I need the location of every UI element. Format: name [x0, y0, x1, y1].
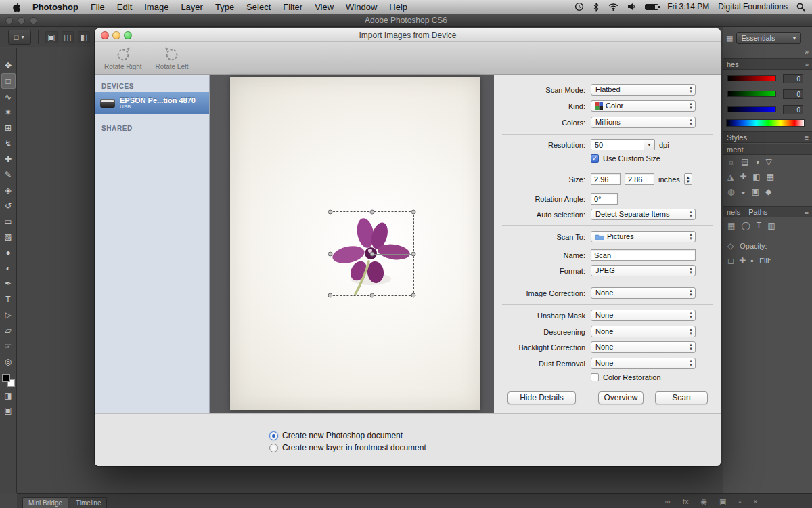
- close-icon[interactable]: [101, 31, 109, 39]
- hue-saturation-icon[interactable]: ✚: [740, 172, 746, 182]
- size-height-field[interactable]: 2.86: [625, 173, 654, 185]
- lock-transparency-icon[interactable]: ◻: [727, 256, 734, 266]
- color-lookup-icon[interactable]: ▣: [752, 187, 759, 196]
- collapse-panels-icon[interactable]: »: [805, 47, 809, 56]
- clone-stamp-tool[interactable]: ◈: [1, 182, 16, 198]
- load-selection-icon[interactable]: ▦: [727, 221, 735, 230]
- selection-handle[interactable]: [328, 293, 333, 298]
- descreening-popup[interactable]: None▲▼: [591, 326, 696, 337]
- name-field[interactable]: Scan: [591, 249, 696, 261]
- menu-item-filter[interactable]: Filter: [277, 2, 309, 12]
- mask-icon[interactable]: ◯: [741, 221, 750, 230]
- device-item-epson[interactable]: EPSON Pe...tion 4870 USB: [95, 92, 209, 114]
- kind-popup[interactable]: Color▲▼: [591, 100, 696, 112]
- hand-tool[interactable]: ☞: [1, 338, 16, 354]
- pen-tool[interactable]: ✒: [1, 276, 16, 291]
- tab-swatches-partial[interactable]: hes: [727, 60, 739, 68]
- tab-styles[interactable]: Styles: [727, 133, 747, 142]
- menu-item-window[interactable]: Window: [340, 2, 383, 12]
- layer-style-icon[interactable]: fx: [683, 497, 689, 506]
- levels-icon[interactable]: ▤: [741, 157, 748, 167]
- type-tool[interactable]: T: [1, 291, 16, 307]
- adjustment-layer-icon[interactable]: ◉: [700, 497, 707, 506]
- blue-slider[interactable]: [727, 106, 776, 112]
- thumbnail-icon[interactable]: ▥: [767, 221, 775, 230]
- panel-menu-icon[interactable]: ≡: [805, 133, 809, 142]
- auto-selection-popup[interactable]: Detect Separate Items▲▼: [591, 209, 696, 220]
- blur-tool[interactable]: ●: [1, 245, 16, 260]
- brightness-contrast-icon[interactable]: ☼: [727, 157, 735, 167]
- selection-handle[interactable]: [328, 251, 333, 256]
- selection-center-handle[interactable]: [369, 251, 374, 256]
- color-balance-icon[interactable]: ◧: [752, 172, 760, 182]
- minimize-icon[interactable]: [18, 17, 25, 24]
- bottom-tab-timeline[interactable]: Timeline: [70, 497, 107, 508]
- create-document-radio[interactable]: [269, 431, 278, 440]
- hide-details-button[interactable]: Hide Details: [508, 391, 576, 404]
- lasso-tool[interactable]: ∿: [1, 89, 16, 104]
- rotate-right-button[interactable]: Rotate Right: [104, 46, 142, 70]
- foreground-color-swatch[interactable]: [2, 374, 10, 382]
- menu-item-view[interactable]: View: [309, 2, 340, 12]
- combo-arrow-icon[interactable]: ▼: [644, 140, 654, 150]
- backlight-correction-popup[interactable]: None▲▼: [591, 341, 696, 353]
- selection-marquee[interactable]: [330, 211, 414, 296]
- selection-handle[interactable]: [369, 293, 374, 298]
- blend-mode-icon[interactable]: ◇: [727, 241, 734, 251]
- workspace-selector[interactable]: Essentials▼: [736, 32, 801, 44]
- selection-handle[interactable]: [411, 210, 416, 215]
- blue-value[interactable]: 0: [783, 105, 803, 114]
- move-tool[interactable]: ✥: [1, 58, 16, 73]
- channel-mixer-icon[interactable]: ◒: [740, 187, 745, 196]
- zoom-icon[interactable]: [124, 31, 132, 39]
- zoom-tool[interactable]: ◎: [1, 354, 16, 369]
- path-selection-tool[interactable]: ▷: [1, 307, 16, 322]
- selection-handle[interactable]: [411, 251, 416, 256]
- tab-adjustments-partial[interactable]: ment: [727, 146, 743, 154]
- menubar-clock[interactable]: Fri 3:14 PM: [667, 2, 709, 12]
- eyedropper-tool[interactable]: ↯: [1, 135, 16, 151]
- close-icon[interactable]: [5, 17, 13, 24]
- subtract-selection-icon[interactable]: ◧: [78, 31, 90, 43]
- green-value[interactable]: 0: [783, 89, 803, 99]
- brush-tool[interactable]: ✎: [1, 167, 16, 182]
- size-unit-stepper[interactable]: ▲▼: [684, 173, 692, 185]
- resolution-combo[interactable]: 50▼: [591, 139, 655, 150]
- apple-menu[interactable]: [7, 2, 26, 12]
- curves-icon[interactable]: ◑: [754, 157, 759, 167]
- add-selection-icon[interactable]: ◫: [62, 31, 74, 43]
- panel-menu-icon[interactable]: »: [805, 60, 809, 68]
- lock-all-icon[interactable]: ▪: [750, 256, 753, 266]
- delete-layer-icon[interactable]: ×: [753, 497, 757, 506]
- scan-to-popup[interactable]: Pictures▲▼: [591, 231, 696, 242]
- recent-items-icon[interactable]: [574, 2, 584, 12]
- minimize-icon[interactable]: [112, 31, 120, 39]
- color-restoration-checkbox[interactable]: [591, 373, 599, 381]
- red-slider[interactable]: [727, 75, 776, 81]
- shape-tool[interactable]: ▱: [1, 322, 16, 338]
- healing-brush-tool[interactable]: ✚: [1, 151, 16, 167]
- dodge-tool[interactable]: ◐: [1, 260, 16, 276]
- new-layer-icon[interactable]: ▫: [738, 497, 741, 506]
- menu-item-select[interactable]: Select: [240, 2, 277, 12]
- invert-icon[interactable]: ◆: [765, 187, 771, 196]
- format-popup[interactable]: JPEG▲▼: [591, 265, 696, 276]
- zoom-icon[interactable]: [30, 17, 37, 24]
- create-layer-radio[interactable]: [269, 444, 278, 452]
- unsharp-mask-popup[interactable]: None▲▼: [591, 310, 696, 321]
- link-layers-icon[interactable]: ∞: [665, 497, 671, 506]
- rotation-angle-field[interactable]: 0°: [591, 193, 618, 205]
- overview-button[interactable]: Overview: [598, 391, 644, 404]
- wifi-icon[interactable]: [608, 3, 618, 11]
- menu-item-help[interactable]: Help: [383, 2, 413, 12]
- size-width-field[interactable]: 2.96: [591, 173, 621, 185]
- selection-handle[interactable]: [369, 210, 374, 215]
- screen-mode-icon[interactable]: ▣: [4, 406, 12, 415]
- menu-photoshop[interactable]: Photoshop: [26, 2, 85, 12]
- gradient-tool[interactable]: ▧: [1, 229, 16, 245]
- crop-tool[interactable]: ⊞: [1, 120, 16, 135]
- menu-item-edit[interactable]: Edit: [111, 2, 138, 12]
- menu-item-type[interactable]: Type: [209, 2, 240, 12]
- battery-icon[interactable]: [645, 4, 658, 10]
- layer-group-icon[interactable]: ▣: [719, 497, 726, 506]
